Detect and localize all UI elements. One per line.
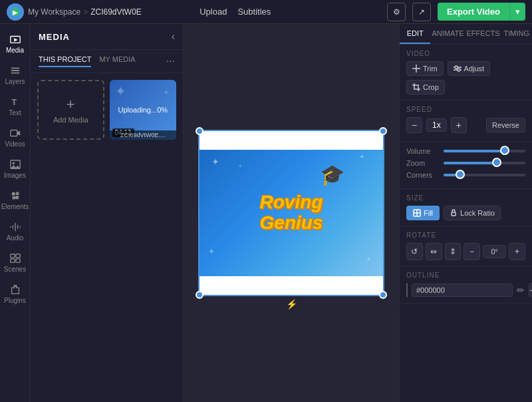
zoom-slider[interactable]	[444, 162, 525, 164]
speed-section: SPEED − 1x + Reverse	[400, 100, 532, 142]
sidebar-item-elements[interactable]: Elements	[1, 186, 29, 214]
svg-rect-20	[15, 259, 19, 262]
tab-this-project[interactable]: THIS PROJECT	[39, 55, 91, 67]
rotate-minus-button[interactable]: −	[464, 243, 480, 260]
svg-rect-15	[15, 192, 19, 196]
tab-animate[interactable]: ANIMATE	[430, 24, 465, 44]
svg-point-27	[458, 69, 460, 71]
outline-color-swatch[interactable]	[406, 283, 408, 298]
adjust-button[interactable]: Adjust	[448, 61, 491, 76]
sliders-section: Volume Zoom Corners	[400, 142, 532, 189]
rotate-plus-button[interactable]: +	[509, 243, 525, 260]
add-media-button[interactable]: + Add Media	[37, 80, 104, 140]
sidebar-item-videos[interactable]: Videos	[1, 123, 29, 152]
sidebar-item-audio[interactable]: Audio	[1, 217, 29, 246]
media-item-uploading[interactable]: ✦ ✦ Uploading...0% 04:13 ZCI69dVtW0E....	[110, 80, 177, 140]
degree-input[interactable]: 0°	[483, 245, 506, 258]
fill-label: Fill	[424, 209, 433, 217]
svg-rect-19	[10, 259, 14, 262]
subtitles-button[interactable]: Subtitles	[237, 7, 271, 17]
center-actions: Upload Subtitles	[200, 7, 271, 17]
right-panel-tabs: EDIT ANIMATE EFFECTS TIMING	[400, 24, 532, 45]
eyedropper-button[interactable]: ✏	[517, 285, 525, 296]
sidebar-label-layers: Layers	[5, 78, 25, 85]
left-sidebar: Media Layers T Text Videos Images Elemen…	[0, 24, 31, 402]
volume-row: Volume	[406, 147, 525, 155]
adjust-label: Adjust	[464, 65, 485, 73]
tab-edit[interactable]: EDIT	[400, 24, 430, 44]
tab-my-media[interactable]: MY MEDIA	[99, 55, 135, 67]
export-video-button[interactable]: Export Video	[438, 3, 509, 21]
app-logo: ▶	[7, 3, 24, 21]
corners-slider[interactable]	[444, 174, 525, 176]
rotate-section-label: ROTATE	[406, 232, 525, 239]
svg-point-14	[15, 196, 19, 199]
rotate-ccw-button[interactable]: ↺	[406, 243, 423, 260]
workspace-path: My Workspace > ZCI69dVtW0E	[28, 7, 142, 17]
svg-point-24	[455, 66, 458, 69]
sidebar-label-scenes: Scenes	[4, 266, 26, 273]
canvas-area[interactable]: ✦ ✦ ✦ ✦ ✦ 🎓 Roving Genius	[184, 24, 399, 402]
svg-rect-17	[10, 254, 14, 258]
lock-ratio-label: Lock Ratio	[460, 209, 495, 217]
trim-button[interactable]: Trim	[406, 61, 444, 76]
export-group: Export Video ▾	[438, 3, 525, 21]
svg-rect-6	[11, 68, 19, 69]
canvas-title-genius: Genius	[260, 213, 323, 234]
corners-label: Corners	[406, 171, 440, 179]
flip-v-button[interactable]: ⇕	[445, 243, 462, 260]
svg-rect-16	[12, 196, 15, 200]
speed-value-display[interactable]: 1x	[426, 118, 447, 132]
canvas-action-icon[interactable]: ⚡	[286, 299, 297, 309]
outline-section-label: OUTLINE	[406, 272, 525, 279]
canvas-background: ✦ ✦ ✦ ✦ ✦ 🎓 Roving Genius	[198, 130, 384, 296]
upload-button[interactable]: Upload	[200, 7, 227, 17]
media-panel-title: MEDIA	[39, 32, 70, 42]
crop-button[interactable]: Crop	[406, 80, 445, 95]
collapse-media-panel-button[interactable]: ‹	[172, 31, 175, 43]
outline-section: OUTLINE #000000 ✏ − 0 +	[400, 266, 532, 303]
sidebar-label-videos: Videos	[5, 140, 25, 148]
speed-decrease-button[interactable]: −	[406, 117, 422, 133]
svg-marker-12	[10, 165, 19, 168]
top-bar: ▶ My Workspace > ZCI69dVtW0E Upload Subt…	[0, 0, 532, 24]
svg-point-13	[11, 192, 15, 196]
sidebar-item-text[interactable]: T Text	[1, 92, 29, 120]
svg-text:T: T	[11, 98, 17, 107]
tab-timing[interactable]: TIMING	[501, 24, 532, 44]
share-button[interactable]: ↗	[412, 3, 431, 21]
media-more-options[interactable]: ···	[166, 55, 175, 67]
outline-row: #000000 ✏ − 0 +	[406, 283, 525, 298]
svg-marker-3	[14, 38, 17, 41]
workspace-name[interactable]: My Workspace	[28, 7, 80, 17]
sidebar-item-layers[interactable]: Layers	[1, 61, 29, 89]
svg-rect-18	[15, 254, 19, 258]
flip-h-button[interactable]: ⇔	[426, 243, 442, 260]
tab-effects[interactable]: EFFECTS	[465, 24, 501, 44]
video-section: VIDEO Trim Adjust Crop	[400, 45, 532, 100]
media-panel-header: MEDIA ‹	[31, 24, 183, 50]
fill-button[interactable]: Fill	[406, 206, 440, 220]
outline-hex-input[interactable]: #000000	[412, 284, 513, 297]
rotate-section: ROTATE ↺ ⇔ ⇕ − 0° +	[400, 226, 532, 266]
sidebar-label-media: Media	[6, 47, 24, 54]
media-panel: MEDIA ‹ THIS PROJECT MY MEDIA ··· + Add …	[31, 24, 184, 402]
sidebar-item-plugins[interactable]: Plugins	[1, 280, 29, 308]
reverse-button[interactable]: Reverse	[486, 118, 525, 132]
outline-decrease-button[interactable]: −	[529, 283, 532, 298]
sidebar-item-media[interactable]: Media	[1, 29, 29, 58]
speed-increase-button[interactable]: +	[451, 117, 467, 133]
canvas-wrapper: ✦ ✦ ✦ ✦ ✦ 🎓 Roving Genius	[198, 130, 384, 296]
add-media-label: Add Media	[53, 116, 88, 124]
volume-label: Volume	[406, 147, 440, 155]
settings-button[interactable]: ⚙	[387, 3, 406, 21]
svg-rect-5	[11, 70, 19, 71]
lock-ratio-button[interactable]: Lock Ratio	[444, 206, 501, 220]
sidebar-label-text: Text	[9, 109, 21, 116]
sidebar-item-scenes[interactable]: Scenes	[1, 248, 29, 277]
svg-point-11	[12, 162, 15, 164]
uploading-text: Uploading...0%	[118, 106, 168, 114]
sidebar-item-images[interactable]: Images	[1, 154, 29, 183]
export-dropdown-button[interactable]: ▾	[509, 3, 525, 21]
volume-slider[interactable]	[444, 150, 525, 152]
